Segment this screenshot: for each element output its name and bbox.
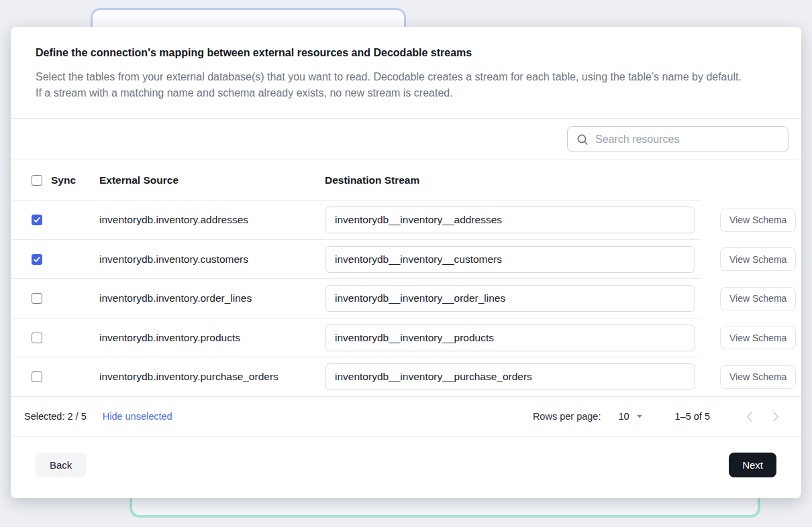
sync-column-header: Sync	[51, 174, 76, 186]
dialog-subtitle: Select the tables from your external dat…	[36, 69, 750, 101]
hide-unselected-link[interactable]: Hide unselected	[103, 411, 172, 422]
table-row: inventorydb.inventory.purchase_orders Vi…	[11, 357, 801, 397]
view-schema-button[interactable]: View Schema	[720, 209, 796, 232]
table-row: inventorydb.inventory.order_lines View S…	[11, 279, 801, 318]
external-source-column-header: External Source	[99, 174, 325, 186]
search-box[interactable]	[567, 126, 789, 152]
dialog-title: Define the connection's mapping between …	[36, 47, 750, 59]
destination-stream-column-header: Destination Stream	[325, 174, 720, 186]
search-icon	[576, 133, 589, 145]
view-schema-button[interactable]: View Schema	[720, 247, 796, 271]
view-schema-button[interactable]: View Schema	[720, 326, 796, 349]
chevron-left-icon	[746, 412, 752, 422]
row-sync-checkbox[interactable]	[32, 293, 42, 304]
table-row: inventorydb.inventory.products View Sche…	[11, 318, 801, 358]
rows-per-page-value: 10	[618, 411, 629, 422]
destination-stream-input[interactable]	[325, 363, 695, 390]
dialog-footer: Back Next	[11, 437, 801, 499]
external-source-cell: inventorydb.inventory.customers	[99, 253, 325, 266]
connection-mapping-dialog: Define the connection's mapping between …	[11, 27, 801, 498]
external-source-cell: inventorydb.inventory.order_lines	[99, 292, 325, 304]
select-all-checkbox[interactable]	[32, 175, 42, 186]
view-schema-button[interactable]: View Schema	[720, 365, 796, 389]
previous-page-button[interactable]	[741, 408, 757, 424]
table-body: inventorydb.inventory.addresses View Sch…	[11, 200, 801, 397]
row-sync-checkbox[interactable]	[32, 215, 42, 225]
selected-count: Selected: 2 / 5	[24, 411, 87, 422]
table-row: inventorydb.inventory.customers View Sch…	[11, 240, 801, 280]
external-source-cell: inventorydb.inventory.purchase_orders	[99, 371, 325, 383]
table-row: inventorydb.inventory.addresses View Sch…	[11, 200, 801, 240]
caret-down-icon	[636, 414, 643, 418]
destination-stream-input[interactable]	[325, 325, 695, 351]
chevron-right-icon	[773, 412, 779, 422]
row-sync-checkbox[interactable]	[32, 333, 42, 343]
row-sync-checkbox[interactable]	[32, 371, 42, 382]
search-input[interactable]	[595, 133, 779, 145]
external-source-cell: inventorydb.inventory.addresses	[99, 214, 325, 226]
destination-stream-input[interactable]	[325, 285, 695, 312]
row-sync-checkbox[interactable]	[32, 254, 42, 265]
next-button[interactable]: Next	[729, 453, 776, 477]
destination-stream-input[interactable]	[325, 207, 695, 233]
pagination-row: Selected: 2 / 5 Hide unselected Rows per…	[11, 397, 801, 437]
view-schema-button[interactable]: View Schema	[720, 287, 796, 310]
next-page-button[interactable]	[768, 408, 784, 424]
external-source-cell: inventorydb.inventory.products	[99, 332, 325, 344]
back-button[interactable]: Back	[36, 453, 86, 477]
table-header-row: Sync External Source Destination Stream	[11, 160, 801, 200]
dialog-header: Define the connection's mapping between …	[11, 27, 801, 119]
rows-per-page-label: Rows per page:	[533, 411, 601, 422]
destination-stream-input[interactable]	[325, 246, 695, 273]
rows-per-page-select[interactable]: 10	[618, 411, 642, 422]
search-row	[11, 119, 801, 160]
page-range-label: 1–5 of 5	[675, 411, 710, 422]
